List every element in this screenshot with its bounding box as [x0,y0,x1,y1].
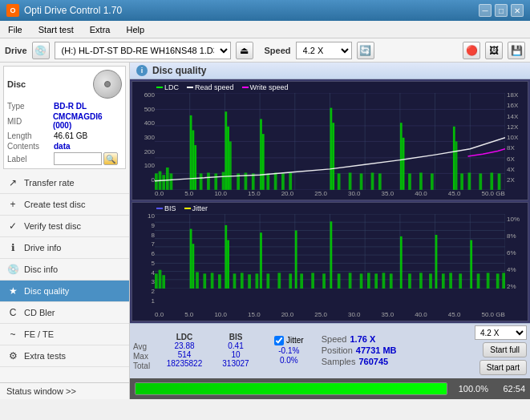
max-jitter: 0.0% [268,356,310,365]
svg-rect-104 [338,273,341,289]
speed-val: 1.76 X [350,334,375,344]
svg-rect-108 [374,273,378,289]
disc-quality-icon: ★ [6,285,19,297]
speed-select[interactable]: 4.2 X [296,42,352,59]
ldc-legend-label: LDC [164,83,179,91]
bis-stat-col: BIS 0.41 10 313027 [212,333,260,368]
stats-row: Avg Max Total LDC 23.88 514 18235822 BIS… [133,325,527,375]
ldc-legend: LDC [156,83,179,91]
sidebar-item-verify-test-disc[interactable]: ✓ Verify test disc [0,216,129,237]
btn3[interactable]: 🖼 [485,42,503,59]
avg-bis: 0.41 [228,341,243,350]
sidebar-item-create-test-disc[interactable]: + Create test disc [0,194,129,216]
create-test-disc-label: Create test disc [24,200,85,209]
charts-area: LDC Read speed Write speed 6005004003002… [130,79,530,323]
menu-help[interactable]: Help [121,23,149,36]
total-ldc: 18235822 [167,359,203,368]
speed-refresh-btn[interactable]: 🔄 [357,42,374,59]
chart2-legend: BIS Jitter [156,204,208,212]
sidebar-item-disc-quality[interactable]: ★ Disc quality [0,281,129,302]
svg-rect-88 [218,274,221,289]
position-val: 47731 MB [356,345,397,355]
transfer-rate-label: Transfer rate [24,178,75,188]
sidebar-item-cd-bler[interactable]: C CD Bler [0,302,129,324]
position-key: Position [322,345,353,355]
disc-quality-header: i Disc quality [130,63,530,79]
chart2-y-axis-left: 10987654321 [132,203,155,306]
sidebar-item-disc-info[interactable]: 💿 Disc info [0,259,129,281]
bis-legend: BIS [156,204,176,212]
drive-select[interactable]: (H:) HL-DT-ST BD-RE WH16NS48 1.D3 [55,42,231,59]
ldc-chart: LDC Read speed Write speed 6005004003002… [131,81,528,200]
create-test-disc-icon: + [6,198,19,211]
svg-rect-85 [196,273,199,289]
write-speed-dot [242,87,249,88]
jitter-checkbox[interactable] [274,336,284,345]
disc-label-input[interactable] [54,152,102,165]
status-window-button[interactable]: Status window >> [0,382,129,399]
transfer-rate-icon: ↗ [6,176,19,189]
svg-rect-121 [487,273,490,289]
disc-length-row: Length 46.61 GB [7,131,122,140]
position-info-row: Position 47731 MB [322,345,397,355]
chart1-y-axis-left: 6005004003002001000 [132,82,155,185]
extra-tests-label: Extra tests [24,351,66,361]
sidebar-item-drive-info[interactable]: ℹ Drive info [0,237,129,259]
speed-select2[interactable]: 4.2 X [475,325,527,340]
svg-rect-36 [262,134,265,190]
drive-icon-btn[interactable]: 💿 [32,42,50,59]
svg-rect-116 [442,273,445,289]
svg-rect-105 [349,273,352,289]
svg-rect-123 [502,273,505,289]
sidebar-item-extra-tests[interactable]: ⚙ Extra tests [0,345,129,367]
progress-bar-container: 100.0% 62:54 [130,378,530,399]
drive-info-icon: ℹ [6,241,19,254]
chart1-svg [155,93,505,190]
start-full-button[interactable]: Start full [483,342,527,357]
disc-label-search-btn[interactable]: 🔍 [103,152,118,165]
speed-label: Speed [265,46,291,55]
avg-label: Avg [133,342,157,351]
menu-extra[interactable]: Extra [85,23,115,36]
svg-rect-84 [192,244,194,289]
svg-rect-101 [311,273,314,289]
svg-rect-97 [277,273,281,289]
sidebar: Disc Type BD-R DL MID CMCMAGDI6 (000) Le… [0,63,130,399]
maximize-button[interactable]: □ [495,4,508,17]
svg-rect-106 [360,273,363,289]
speed-key: Speed [322,334,347,344]
chart1-y-axis-right: 18X 16X 14X 12X 10X 8X 6X 4X 2X [505,82,528,185]
btn2[interactable]: 🔴 [463,42,480,59]
max-bis: 10 [231,350,240,359]
close-button[interactable]: ✕ [511,4,524,17]
btn4[interactable]: 💾 [508,42,525,59]
samples-info-row: Samples 760745 [322,357,397,366]
sidebar-item-transfer-rate[interactable]: ↗ Transfer rate [0,172,129,194]
svg-rect-99 [295,230,297,289]
chart1-x-axis: 0.05.010.015.020.025.030.035.040.045.050… [155,187,505,200]
total-label: Total [133,361,157,370]
fe-te-icon: ~ [6,328,19,341]
menu-file[interactable]: File [3,23,27,36]
samples-val: 760745 [358,357,388,366]
svg-rect-23 [192,130,194,189]
menu-start-test[interactable]: Start test [34,23,79,36]
disc-quality-title: Disc quality [152,65,206,76]
titlebar-left: O Opti Drive Control 1.70 [6,4,122,17]
minimize-button[interactable]: ─ [479,4,492,17]
app-icon: O [6,4,19,17]
sidebar-item-fe-te[interactable]: ~ FE / TE [0,324,129,345]
drive-info-label: Drive info [24,243,61,252]
avg-ldc: 23.88 [174,341,194,350]
disc-section-title: Disc [7,79,26,89]
titlebar-controls: ─ □ ✕ [479,4,524,17]
chart1-legend: LDC Read speed Write speed [156,83,288,91]
start-part-button[interactable]: Start part [479,360,527,375]
ldc-stat-col: LDC 23.88 514 18235822 [160,333,208,368]
jitter-checkbox-group[interactable]: Jitter [274,336,304,345]
total-bis: 313027 [222,359,249,368]
eject-button[interactable]: ⏏ [236,42,253,59]
jitter-legend-label: Jitter [192,204,208,212]
svg-rect-35 [260,119,262,190]
drive-label: Drive [5,46,27,55]
